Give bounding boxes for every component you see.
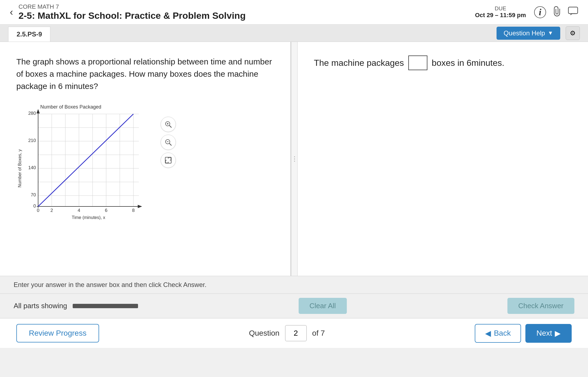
svg-line-41 [169,143,171,146]
svg-text:Number of Boxes Packaged: Number of Boxes Packaged [40,104,101,110]
svg-text:Number of Boxes, y: Number of Boxes, y [17,149,22,188]
svg-text:6: 6 [105,208,107,213]
message-icon[interactable] [568,7,578,18]
of-label: of 7 [312,329,325,338]
tab-bar: 2.5.PS-9 Question Help ▼ ⚙ [0,24,588,42]
paperclip-icon[interactable] [553,6,561,19]
instruction-text: Enter your answer in the answer box and … [14,281,206,288]
header: ‹ CORE MATH 7 2-5: MathXL for School: Pr… [0,0,588,24]
svg-text:4: 4 [78,208,80,213]
header-icons: i [534,6,578,19]
tab-label[interactable]: 2.5.PS-9 [8,27,50,42]
graph-svg: Number of Boxes Packaged Number of Boxes… [16,103,158,223]
svg-marker-22 [138,205,142,208]
due-block: DUE Oct 29 – 11:59 pm [475,5,526,19]
svg-text:280: 280 [28,111,36,116]
sentence-before: The machine packages [314,58,404,68]
next-button[interactable]: Next ▶ [525,324,572,343]
header-right: DUE Oct 29 – 11:59 pm i [475,5,578,19]
svg-marker-20 [36,109,40,113]
progress-bar [73,304,138,308]
svg-line-38 [169,125,171,128]
sentence-after: boxes in 6minutes. [432,58,504,68]
svg-text:70: 70 [31,192,36,197]
zoom-in-button[interactable] [161,117,176,132]
svg-text:0: 0 [37,208,39,213]
divider-handle[interactable]: ⋮ [291,42,298,276]
header-course: CORE MATH 7 [19,3,246,10]
svg-line-34 [38,114,133,206]
tab-right: Question Help ▼ ⚙ [497,24,580,42]
nav-buttons: ◀ Back Next ▶ [475,324,572,343]
parts-showing: All parts showing [14,302,138,310]
header-left: ‹ CORE MATH 7 2-5: MathXL for School: Pr… [10,3,246,21]
graph-tools [161,117,176,168]
svg-rect-0 [568,7,578,14]
left-panel: The graph shows a proportional relations… [0,42,291,276]
answer-sentence: The machine packages boxes in 6minutes. [314,55,572,70]
svg-text:8: 8 [132,208,134,213]
svg-text:Time (minutes), x: Time (minutes), x [72,215,105,220]
zoom-out-button[interactable] [161,135,176,150]
svg-text:0: 0 [33,203,36,209]
review-progress-button[interactable]: Review Progress [16,324,99,342]
main-content: The graph shows a proportional relations… [0,42,588,276]
question-text: The graph shows a proportional relations… [16,55,274,92]
svg-text:210: 210 [28,138,36,143]
check-answer-button[interactable]: Check Answer [507,298,574,314]
back-button[interactable]: ◀ Back [475,324,521,343]
due-label: DUE [475,5,526,12]
header-title-block: CORE MATH 7 2-5: MathXL for School: Prac… [19,3,246,21]
svg-text:2: 2 [50,208,53,213]
answer-input[interactable] [408,55,427,70]
question-number-input[interactable] [285,325,307,341]
due-date: Oct 29 – 11:59 pm [475,12,526,19]
question-label: Question [249,329,280,338]
footer-nav: Review Progress Question of 7 ◀ Back Nex… [0,318,588,348]
instruction-bar: Enter your answer in the answer box and … [0,276,588,293]
back-arrow-icon: ◀ [485,329,491,338]
parts-showing-label: All parts showing [14,302,67,310]
right-panel: The machine packages boxes in 6minutes. [298,42,588,276]
gear-icon: ⚙ [570,29,576,37]
svg-text:140: 140 [28,165,36,170]
info-icon[interactable]: i [534,6,546,18]
clear-all-button[interactable]: Clear All [299,298,347,314]
question-nav: Question of 7 [249,325,325,341]
expand-button[interactable] [161,153,176,168]
header-assignment: 2-5: MathXL for School: Practice & Probl… [19,10,246,21]
graph-container: Number of Boxes Packaged Number of Boxes… [16,103,274,223]
next-arrow-icon: ▶ [555,329,561,338]
action-bar: All parts showing Clear All Check Answer [0,293,588,318]
question-help-button[interactable]: Question Help ▼ [497,27,560,40]
gear-button[interactable]: ⚙ [566,26,580,40]
chevron-down-icon: ▼ [548,30,553,36]
back-arrow-button[interactable]: ‹ [10,7,13,17]
